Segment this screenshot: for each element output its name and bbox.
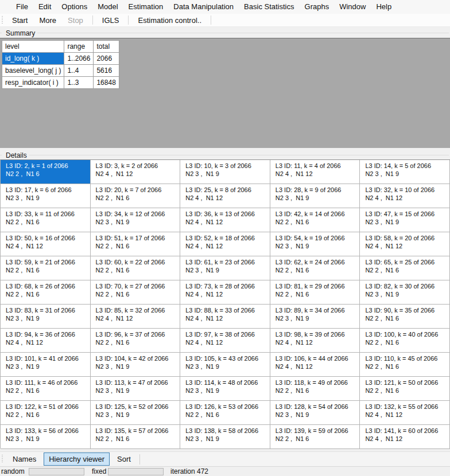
menu-edit[interactable]: Edit — [33, 0, 56, 14]
menu-model[interactable]: Model — [92, 0, 123, 14]
cell-counts-line: N2 3 , N1 9 — [6, 194, 89, 202]
hierarchy-cell[interactable]: L3 ID: 20, k = 7 of 2066N2 2 , N1 6 — [91, 184, 181, 208]
cell-counts-line: N2 4 , N1 12 — [185, 290, 269, 298]
hierarchy-cell[interactable]: L3 ID: 101, k = 41 of 2066N2 3 , N1 9 — [1, 353, 91, 377]
hierarchy-cell[interactable]: L3 ID: 89, k = 34 of 2066N2 3 , N1 9 — [270, 305, 360, 329]
hierarchy-cell[interactable]: L3 ID: 11, k = 4 of 2066N2 4 , N1 12 — [270, 160, 360, 184]
tabbar-gripper-handle[interactable] — [1, 455, 4, 463]
hierarchy-cell[interactable]: L3 ID: 141, k = 60 of 2066N2 4 , N1 12 — [360, 425, 450, 449]
hierarchy-cell[interactable]: L3 ID: 62, k = 24 of 2066N2 2 , N1 6 — [270, 256, 360, 280]
hierarchy-cell[interactable]: L3 ID: 73, k = 28 of 2066N2 4 , N1 12 — [180, 280, 270, 305]
hierarchy-cell[interactable]: L3 ID: 126, k = 53 of 2066N2 2 , N1 6 — [180, 401, 270, 425]
hierarchy-cell[interactable]: L3 ID: 125, k = 52 of 2066N2 3 , N1 9 — [91, 401, 181, 425]
hierarchy-cell[interactable]: L3 ID: 88, k = 33 of 2066N2 4 , N1 12 — [180, 305, 270, 329]
tab-sort[interactable]: Sort — [112, 452, 136, 466]
summary-level-cell[interactable]: resp_indicator( i ) — [2, 77, 64, 89]
cell-id-line: L3 ID: 98, k = 39 of 2066 — [276, 330, 359, 338]
hierarchy-cell[interactable]: L3 ID: 70, k = 27 of 2066N2 2 , N1 6 — [91, 280, 181, 305]
hierarchy-cell[interactable]: L3 ID: 100, k = 40 of 2066N2 2 , N1 6 — [360, 329, 450, 353]
hierarchy-cell[interactable]: L3 ID: 50, k = 16 of 2066N2 4 , N1 12 — [1, 232, 91, 256]
summary-level-cell[interactable]: baselevel_long( j ) — [2, 65, 64, 77]
summary-level-cell[interactable]: id_long( k ) — [2, 53, 64, 65]
cell-counts-line: N2 2 , N1 6 — [96, 290, 179, 298]
hierarchy-cell[interactable]: L3 ID: 32, k = 10 of 2066N2 4 , N1 12 — [360, 184, 450, 208]
hierarchy-cell[interactable]: L3 ID: 94, k = 36 of 2066N2 4 , N1 12 — [1, 329, 91, 353]
tabbar-separator — [139, 454, 140, 465]
hierarchy-cell[interactable]: L3 ID: 65, k = 25 of 2066N2 2 , N1 6 — [360, 256, 450, 280]
hierarchy-cell[interactable]: L3 ID: 54, k = 19 of 2066N2 3 , N1 9 — [270, 232, 360, 256]
hierarchy-cell[interactable]: L3 ID: 33, k = 11 of 2066N2 2 , N1 6 — [1, 208, 91, 232]
cell-id-line: L3 ID: 42, k = 14 of 2066 — [276, 210, 359, 218]
hierarchy-cell[interactable]: L3 ID: 81, k = 29 of 2066N2 2 , N1 6 — [270, 280, 360, 305]
hierarchy-cell[interactable]: L3 ID: 52, k = 18 of 2066N2 4 , N1 12 — [180, 232, 270, 256]
hierarchy-cell[interactable]: L3 ID: 90, k = 35 of 2066N2 2 , N1 6 — [360, 305, 450, 329]
hierarchy-cell[interactable]: L3 ID: 36, k = 13 of 2066N2 4 , N1 12 — [180, 208, 270, 232]
hierarchy-cell[interactable]: L3 ID: 42, k = 14 of 2066N2 2 , N1 6 — [270, 208, 360, 232]
hierarchy-cell[interactable]: L3 ID: 97, k = 38 of 2066N2 4 , N1 12 — [180, 329, 270, 353]
hierarchy-cell[interactable]: L3 ID: 133, k = 56 of 2066N2 3 , N1 9 — [1, 425, 91, 449]
hierarchy-cell[interactable]: L3 ID: 139, k = 59 of 2066N2 2 , N1 6 — [270, 425, 360, 449]
start-button[interactable]: Start — [7, 14, 33, 26]
hierarchy-cell[interactable]: L3 ID: 128, k = 54 of 2066N2 3 , N1 9 — [270, 401, 360, 425]
toolbar-gripper-handle[interactable] — [1, 16, 4, 25]
summary-row-baselevel-long[interactable]: baselevel_long( j ) 1..4 5616 — [2, 65, 119, 77]
hierarchy-cell[interactable]: L3 ID: 82, k = 30 of 2066N2 3 , N1 9 — [360, 280, 450, 305]
cell-id-line: L3 ID: 36, k = 13 of 2066 — [185, 210, 269, 218]
hierarchy-cell[interactable]: L3 ID: 132, k = 55 of 2066N2 4 , N1 12 — [360, 401, 450, 425]
hierarchy-cell[interactable]: L3 ID: 83, k = 31 of 2066N2 3 , N1 9 — [1, 305, 91, 329]
menu-graphs[interactable]: Graphs — [300, 0, 335, 14]
hierarchy-cell[interactable]: L3 ID: 25, k = 8 of 2066N2 4 , N1 12 — [180, 184, 270, 208]
stop-button[interactable]: Stop — [63, 14, 88, 26]
hierarchy-cell[interactable]: L3 ID: 135, k = 57 of 2066N2 2 , N1 6 — [91, 425, 181, 449]
hierarchy-cell[interactable]: L3 ID: 113, k = 47 of 2066N2 3 , N1 9 — [91, 377, 181, 401]
hierarchy-cell[interactable]: L3 ID: 85, k = 32 of 2066N2 4 , N1 12 — [91, 305, 181, 329]
menu-estimation[interactable]: Estimation — [123, 0, 169, 14]
hierarchy-cell[interactable]: L3 ID: 96, k = 37 of 2066N2 2 , N1 6 — [91, 329, 181, 353]
tab-hierarchy-viewer[interactable]: Hierarchy viewer — [44, 452, 110, 466]
cell-id-line: L3 ID: 10, k = 3 of 2066 — [185, 162, 269, 170]
hierarchy-cell[interactable]: L3 ID: 59, k = 21 of 2066N2 2 , N1 6 — [1, 256, 91, 280]
hierarchy-cell[interactable]: L3 ID: 60, k = 22 of 2066N2 2 , N1 6 — [91, 256, 181, 280]
hierarchy-cell[interactable]: L3 ID: 122, k = 51 of 2066N2 2 , N1 6 — [1, 401, 91, 425]
toolbar: Start More Stop IGLS Estimation control.… — [0, 14, 450, 27]
menu-window[interactable]: Window — [334, 0, 371, 14]
hierarchy-cell[interactable]: L3 ID: 121, k = 50 of 2066N2 2 , N1 6 — [360, 377, 450, 401]
hierarchy-cell[interactable]: L3 ID: 17, k = 6 of 2066N2 3 , N1 9 — [1, 184, 91, 208]
more-button[interactable]: More — [34, 14, 61, 26]
hierarchy-cell[interactable]: L3 ID: 2, k = 1 of 2066N2 2 , N1 6 — [1, 160, 91, 184]
hierarchy-cell[interactable]: L3 ID: 105, k = 43 of 2066N2 3 , N1 9 — [180, 353, 270, 377]
igls-button[interactable]: IGLS — [97, 14, 125, 26]
hierarchy-cell[interactable]: L3 ID: 104, k = 42 of 2066N2 3 , N1 9 — [91, 353, 181, 377]
cell-counts-line: N2 3 , N1 9 — [365, 170, 448, 178]
hierarchy-cell[interactable]: L3 ID: 68, k = 26 of 2066N2 2 , N1 6 — [1, 280, 91, 305]
hierarchy-cell[interactable]: L3 ID: 98, k = 39 of 2066N2 4 , N1 12 — [270, 329, 360, 353]
hierarchy-cell[interactable]: L3 ID: 114, k = 48 of 2066N2 3 , N1 9 — [180, 377, 270, 401]
hierarchy-cell[interactable]: L3 ID: 34, k = 12 of 2066N2 3 , N1 9 — [91, 208, 181, 232]
cell-id-line: L3 ID: 89, k = 34 of 2066 — [276, 306, 359, 314]
cell-counts-line: N2 4 , N1 12 — [365, 411, 448, 419]
hierarchy-cell[interactable]: L3 ID: 106, k = 44 of 2066N2 4 , N1 12 — [270, 353, 360, 377]
hierarchy-cell[interactable]: L3 ID: 58, k = 20 of 2066N2 4 , N1 12 — [360, 232, 450, 256]
cell-counts-line: N2 2 , N1 6 — [276, 435, 359, 443]
menu-file[interactable]: File — [11, 0, 33, 14]
hierarchy-cell[interactable]: L3 ID: 10, k = 3 of 2066N2 3 , N1 9 — [180, 160, 270, 184]
estimation-control-button[interactable]: Estimation control.. — [133, 14, 207, 26]
cell-id-line: L3 ID: 32, k = 10 of 2066 — [365, 186, 448, 194]
menu-help[interactable]: Help — [371, 0, 397, 14]
hierarchy-cell[interactable]: L3 ID: 61, k = 23 of 2066N2 3 , N1 9 — [180, 256, 270, 280]
hierarchy-cell[interactable]: L3 ID: 28, k = 9 of 2066N2 3 , N1 9 — [270, 184, 360, 208]
tab-names[interactable]: Names — [7, 452, 41, 466]
hierarchy-cell[interactable]: L3 ID: 3, k = 2 of 2066N2 4 , N1 12 — [91, 160, 181, 184]
hierarchy-cell[interactable]: L3 ID: 14, k = 5 of 2066N2 3 , N1 9 — [360, 160, 450, 184]
summary-row-id-long[interactable]: id_long( k ) 1..2066 2066 — [2, 53, 119, 65]
hierarchy-cell[interactable]: L3 ID: 118, k = 49 of 2066N2 2 , N1 6 — [270, 377, 360, 401]
hierarchy-cell[interactable]: L3 ID: 47, k = 15 of 2066N2 3 , N1 9 — [360, 208, 450, 232]
menu-basic-statistics[interactable]: Basic Statistics — [239, 0, 299, 14]
hierarchy-cell[interactable]: L3 ID: 110, k = 45 of 2066N2 2 , N1 6 — [360, 353, 450, 377]
hierarchy-cell[interactable]: L3 ID: 51, k = 17 of 2066N2 2 , N1 6 — [91, 232, 181, 256]
hierarchy-cell[interactable]: L3 ID: 138, k = 58 of 2066N2 3 , N1 9 — [180, 425, 270, 449]
summary-row-resp-indicator[interactable]: resp_indicator( i ) 1..3 16848 — [2, 77, 119, 89]
menu-options[interactable]: Options — [56, 0, 92, 14]
hierarchy-cell[interactable]: L3 ID: 111, k = 46 of 2066N2 2 , N1 6 — [1, 377, 91, 401]
menu-data-manipulation[interactable]: Data Manipulation — [168, 0, 239, 14]
